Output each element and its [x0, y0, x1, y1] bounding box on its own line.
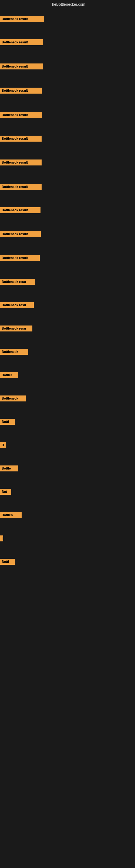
bottleneck-result-bar: B	[0, 442, 6, 448]
bottleneck-result-bar: Bottleneck	[0, 396, 26, 401]
bottleneck-result-bar: Bottl	[0, 419, 15, 425]
bottleneck-result-bar: Bottleneck result	[0, 16, 44, 22]
bottleneck-result-bar: Bottleneck resu	[0, 326, 32, 332]
bottleneck-result-bar: Bottlen	[0, 512, 21, 518]
bottleneck-result-bar: Bottleneck result	[0, 63, 43, 69]
bottleneck-result-bar: |	[0, 535, 3, 541]
bottleneck-result-bar: Bottle	[0, 465, 18, 471]
bottleneck-result-bar: Bottleneck	[0, 349, 28, 355]
bottleneck-result-bar: Bot	[0, 489, 11, 495]
bottleneck-result-bar: Bottleneck result	[0, 88, 42, 94]
bottleneck-result-bar: Bottleneck result	[0, 159, 42, 165]
bottleneck-result-bar: Bottler	[0, 372, 18, 378]
bottleneck-result-bar: Bottleneck result	[0, 39, 43, 45]
bottleneck-result-bar: Bottleneck result	[0, 112, 42, 118]
bottleneck-result-bar: Bottl	[0, 559, 15, 565]
bottleneck-result-bar: Bottleneck result	[0, 231, 41, 237]
bottleneck-result-bar: Bottleneck resu	[0, 302, 34, 308]
site-title: TheBottlenecker.com	[0, 0, 135, 9]
bottleneck-result-bar: Bottleneck result	[0, 184, 42, 190]
bottleneck-result-bar: Bottleneck result	[0, 207, 41, 213]
bottleneck-result-bar: Bottleneck result	[0, 135, 42, 142]
bottleneck-result-bar: Bottleneck resu	[0, 279, 35, 285]
bottleneck-result-bar: Bottleneck result	[0, 255, 40, 261]
